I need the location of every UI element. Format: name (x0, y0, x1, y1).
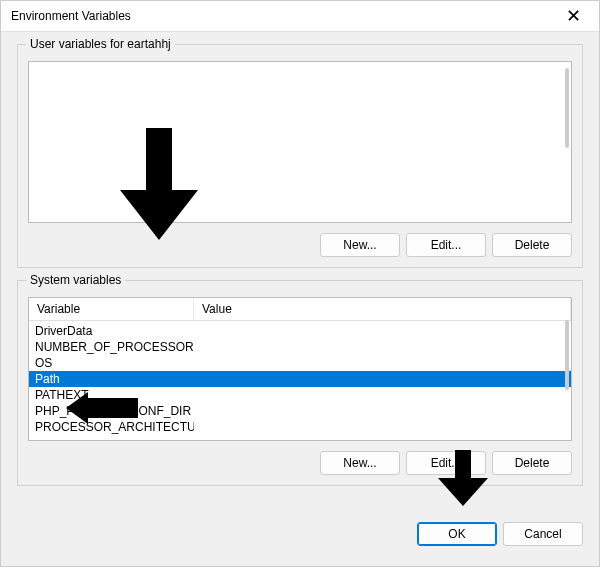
column-header-variable[interactable]: Variable (29, 298, 194, 320)
variable-value-cell (194, 324, 571, 338)
close-button[interactable]: ✕ (558, 7, 589, 25)
ok-button[interactable]: OK (417, 522, 497, 546)
user-buttons-row: New... Edit... Delete (28, 233, 572, 257)
user-new-button[interactable]: New... (320, 233, 400, 257)
environment-variables-dialog: Environment Variables ✕ User variables f… (0, 0, 600, 567)
variable-name-cell: PATHEXT (29, 388, 194, 402)
table-row[interactable]: OS (29, 355, 571, 371)
variable-name-cell: PROCESSOR_ARCHITECTURE (29, 420, 194, 434)
dialog-content: User variables for eartahhj New... Edit.… (1, 32, 599, 514)
table-row[interactable]: NUMBER_OF_PROCESSORS (29, 339, 571, 355)
column-header-value[interactable]: Value (194, 298, 571, 320)
user-variables-list[interactable] (28, 61, 572, 223)
system-buttons-row: New... Edit... Delete (28, 451, 572, 475)
variable-value-cell (194, 340, 571, 354)
variable-value-cell (194, 404, 571, 418)
user-variables-group: User variables for eartahhj New... Edit.… (17, 44, 583, 268)
table-row[interactable]: DriverData (29, 323, 571, 339)
user-variables-label: User variables for eartahhj (26, 37, 175, 51)
table-row[interactable]: Path (29, 371, 571, 387)
system-variables-list[interactable]: Variable Value DriverDataNUMBER_OF_PROCE… (28, 297, 572, 441)
system-list-header: Variable Value (29, 298, 571, 321)
variable-value-cell (194, 356, 571, 370)
system-list-rows: DriverDataNUMBER_OF_PROCESSORSOSPathPATH… (29, 321, 571, 437)
system-variables-label: System variables (26, 273, 125, 287)
variable-name-cell: OS (29, 356, 194, 370)
system-new-button[interactable]: New... (320, 451, 400, 475)
system-variables-group: System variables Variable Value DriverDa… (17, 280, 583, 486)
variable-name-cell: NUMBER_OF_PROCESSORS (29, 340, 194, 354)
variable-value-cell (194, 372, 571, 386)
variable-name-cell: PHP_PEAR_SYSCONF_DIR (29, 404, 194, 418)
titlebar: Environment Variables ✕ (1, 1, 599, 32)
table-row[interactable]: PHP_PEAR_SYSCONF_DIR (29, 403, 571, 419)
cancel-button[interactable]: Cancel (503, 522, 583, 546)
table-row[interactable]: PATHEXT (29, 387, 571, 403)
scrollbar[interactable] (565, 68, 569, 148)
scrollbar[interactable] (565, 320, 569, 390)
user-edit-button[interactable]: Edit... (406, 233, 486, 257)
variable-value-cell (194, 420, 571, 434)
dialog-footer: OK Cancel (1, 514, 599, 546)
table-row[interactable]: PROCESSOR_ARCHITECTURE (29, 419, 571, 435)
system-delete-button[interactable]: Delete (492, 451, 572, 475)
user-delete-button[interactable]: Delete (492, 233, 572, 257)
variable-value-cell (194, 388, 571, 402)
variable-name-cell: DriverData (29, 324, 194, 338)
system-edit-button[interactable]: Edit... (406, 451, 486, 475)
variable-name-cell: Path (29, 372, 194, 386)
dialog-title: Environment Variables (11, 9, 131, 23)
